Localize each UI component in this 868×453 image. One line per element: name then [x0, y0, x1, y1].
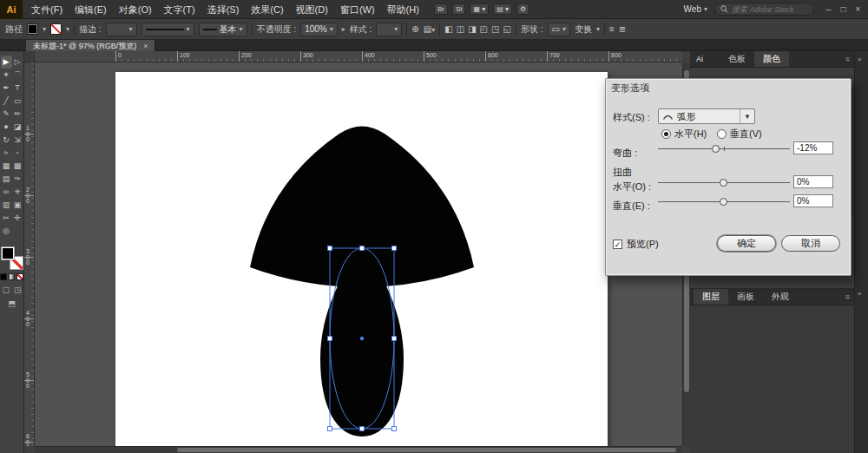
menu-item[interactable]: 编辑(E) [69, 0, 113, 19]
preview-checkbox[interactable]: ✓ 预览(P) [613, 238, 659, 251]
panel-tab[interactable]: 画板 [728, 289, 763, 305]
free-transform-tool[interactable]: ▫ [12, 147, 23, 160]
close-button[interactable]: × [851, 1, 865, 18]
vertical-distort-slider[interactable] [658, 198, 790, 206]
panel-menu-icon[interactable]: ≡ [609, 24, 615, 34]
horizontal-scrollbar-thumb[interactable] [177, 448, 675, 452]
blob-brush-tool[interactable]: ● [1, 121, 12, 134]
gradient-tool[interactable]: ▤ [1, 173, 12, 186]
panel-tab[interactable]: 颜色 [754, 51, 789, 67]
color-button[interactable] [0, 273, 7, 280]
graphic-style-select[interactable]: ▾ [376, 23, 402, 36]
cancel-button[interactable]: 取消 [781, 235, 840, 252]
distribute-bottom-icon[interactable]: ◱ [503, 24, 510, 34]
menu-item[interactable]: 对象(O) [113, 0, 158, 19]
selection-handle[interactable] [392, 246, 397, 251]
stock-search[interactable] [714, 3, 814, 16]
fill-color-swatch[interactable] [27, 23, 38, 35]
eyedropper-tool[interactable]: ✑ [12, 173, 23, 186]
vertical-distort-thumb[interactable] [720, 198, 727, 206]
menu-item[interactable]: 文字(T) [158, 0, 201, 19]
scale-tool[interactable]: ⇲ [12, 134, 23, 147]
stock-search-input[interactable] [732, 5, 808, 14]
menu-item[interactable]: 选择(S) [201, 0, 246, 19]
panel-menu-icon[interactable]: ≡ [841, 51, 854, 67]
pen-tool[interactable]: ✒ [1, 82, 12, 95]
selection-handle[interactable] [360, 427, 365, 431]
opacity-input[interactable]: 100%▾ [300, 23, 338, 36]
bend-slider[interactable] [658, 145, 790, 153]
rectangle-tool[interactable]: ▭ [12, 95, 23, 108]
chevron-down-icon[interactable]: ▾ [596, 25, 600, 33]
arrange-documents-icon[interactable]: ▦ ▾ [470, 3, 489, 15]
rotate-tool[interactable]: ↻ [1, 134, 12, 147]
pencil-tool[interactable]: ✏ [12, 108, 23, 121]
perspective-grid-tool[interactable]: ▦ [1, 160, 12, 173]
panel-menu-icon[interactable]: ≡ [841, 289, 854, 305]
screen-mode-icon[interactable]: ▤ ▾ [493, 3, 512, 15]
symbol-sprayer-tool[interactable]: ✳ [12, 186, 23, 199]
fill-swatch[interactable] [1, 246, 15, 260]
gradient-button[interactable] [9, 273, 16, 280]
ruler-origin-corner[interactable] [24, 51, 35, 62]
menu-item[interactable]: 视图(D) [290, 0, 334, 19]
workspace-switcher[interactable]: Web ▾ [684, 4, 707, 14]
align-right-icon[interactable]: ◨ [468, 24, 476, 34]
magic-wand-tool[interactable]: ✶ [1, 69, 12, 82]
horizontal-scrollbar[interactable] [35, 446, 682, 453]
brush-definition-select[interactable]: 基本▾ [199, 23, 247, 36]
artboard-tool[interactable]: ▣ [12, 199, 23, 212]
slider-track[interactable] [658, 148, 790, 149]
horizontal-distort-slider[interactable] [658, 179, 790, 187]
layers-panel-body[interactable] [690, 305, 854, 453]
selection-tool[interactable]: ▶ [1, 56, 12, 69]
selection-handle[interactable] [328, 427, 332, 431]
canvas-viewport[interactable] [35, 62, 682, 446]
stroke-preview-select[interactable]: ▾ [141, 23, 194, 36]
menu-item[interactable]: 文件(F) [25, 0, 69, 19]
selection-handle[interactable] [328, 246, 332, 251]
direct-selection-tool[interactable]: ▷ [12, 56, 23, 69]
eraser-tool[interactable]: ◪ [12, 121, 23, 134]
shape-mode-select[interactable]: ▭▾ [548, 23, 570, 36]
gear-icon[interactable]: ⚙ [516, 3, 529, 15]
checkbox-checked-icon[interactable]: ✓ [613, 240, 622, 249]
horizontal-radio[interactable]: 水平(H) [661, 128, 707, 141]
zoom-tool[interactable]: ◎ [1, 225, 12, 238]
warp-style-select[interactable]: 弧形 ▼ [658, 108, 755, 124]
selection-handle[interactable] [328, 337, 332, 341]
minimize-button[interactable]: – [821, 1, 836, 18]
transform-label[interactable]: 变换 [575, 23, 592, 36]
menu-item[interactable]: 效果(C) [245, 0, 289, 19]
vertical-radio[interactable]: 垂直(V) [717, 128, 762, 141]
selection-handle[interactable] [392, 337, 397, 341]
document-setup-icon[interactable]: ▤▾ [424, 24, 435, 34]
slice-tool[interactable]: ✂ [1, 212, 12, 225]
radio-selected-icon[interactable] [661, 129, 671, 139]
column-graph-tool[interactable]: ▥ [1, 199, 12, 212]
restore-button[interactable]: □ [836, 1, 851, 18]
chevron-down-icon[interactable]: ▾ [66, 25, 69, 33]
panel-list-icon[interactable]: ≣ [619, 24, 626, 34]
draw-behind-icon[interactable]: ◳ [14, 286, 22, 294]
globe-icon[interactable]: ⊕ [411, 24, 418, 34]
panel-tab[interactable]: 色板 [720, 51, 754, 67]
draw-normal-icon[interactable]: ▢ [2, 286, 10, 294]
artboard[interactable] [115, 72, 608, 446]
chevron-down-icon[interactable]: ▾ [43, 25, 46, 33]
panel-tab[interactable]: 图层 [694, 289, 728, 305]
horizontal-distort-input[interactable]: 0% [793, 175, 833, 188]
menu-item[interactable]: 窗口(W) [334, 0, 381, 19]
bridge-icon[interactable]: Br [434, 3, 448, 15]
collapse-panels-icon[interactable]: » [858, 56, 861, 63]
stroke-weight-select[interactable]: ▾ [106, 23, 137, 36]
expand-icon[interactable]: ▸ [342, 25, 345, 33]
bend-value-input[interactable]: -12% [793, 141, 833, 154]
align-left-icon[interactable]: ◧ [444, 24, 452, 34]
line-segment-tool[interactable]: ╱ [1, 95, 12, 108]
menu-item[interactable]: 帮助(H) [381, 0, 425, 19]
document-tab[interactable]: 未标题-1* @ 97% (RGB/预览) × [26, 40, 155, 51]
vertical-distort-input[interactable]: 0% [793, 194, 833, 207]
radio-unselected-icon[interactable] [717, 129, 727, 139]
collapse-panels-icon[interactable]: » [858, 290, 861, 298]
